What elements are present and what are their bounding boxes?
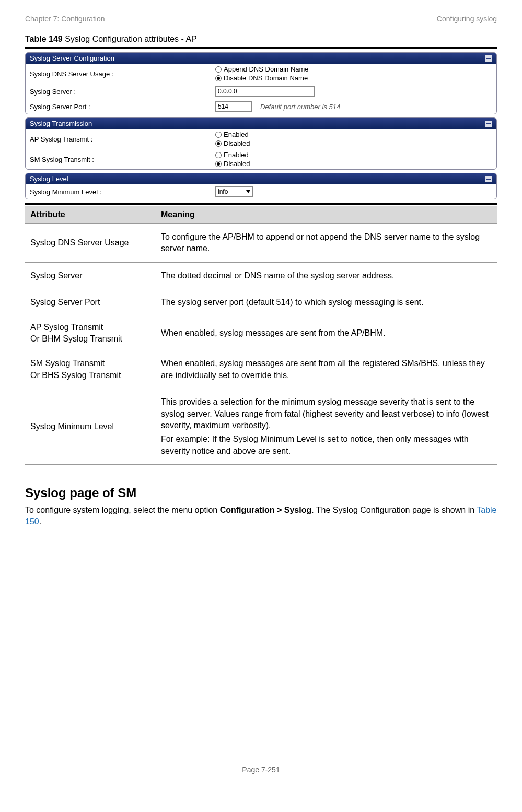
server-label: Syslog Server : [30,88,215,96]
table-row: Syslog ServerThe dotted decimal or DNS n… [25,262,497,289]
meaning-cell: The dotted decimal or DNS name of the sy… [156,262,497,289]
radio-disable-dns-label: Disable DNS Domain Name [224,74,308,82]
collapse-icon[interactable] [485,176,492,182]
panel-level: Syslog Level Syslog Minimum Level : info [25,173,497,199]
port-input[interactable]: 514 [215,101,252,112]
header-left: Chapter 7: Configuration [25,15,105,23]
header-right: Configuring syslog [437,15,497,23]
panel-transmission: Syslog Transmission AP Syslog Transmit :… [25,117,497,170]
col-meaning: Meaning [156,206,497,224]
radio-sm-disabled-label: Disabled [224,160,250,168]
ap-transmit-label: AP Syslog Transmit : [30,135,215,143]
panel-level-title: Syslog Level [30,175,68,183]
attribute-table: Attribute Meaning Syslog DNS Server Usag… [25,206,497,465]
radio-append-dns-label: Append DNS Domain Name [224,65,309,73]
radio-sm-enabled[interactable] [215,152,222,158]
panel-transmission-title: Syslog Transmission [30,120,92,127]
page-footer: Page 7-251 [0,766,522,774]
meaning-cell: The syslog server port (default 514) to … [156,289,497,316]
table-row: AP Syslog TransmitOr BHM Syslog Transmit… [25,316,497,350]
panel-level-header: Syslog Level [26,173,496,184]
table-row: Syslog DNS Server UsageTo configure the … [25,224,497,263]
attribute-cell: Syslog Server Port [25,289,156,316]
attribute-cell: Syslog DNS Server Usage [25,224,156,263]
table-row: SM Syslog TransmitOr BHS Syslog Transmit… [25,350,497,389]
panel-server-title: Syslog Server Configuration [30,54,114,62]
panel-transmission-header: Syslog Transmission [26,118,496,129]
port-label: Syslog Server Port : [30,103,215,111]
radio-ap-enabled-label: Enabled [224,131,249,138]
attribute-cell: SM Syslog TransmitOr BHS Syslog Transmit [25,350,156,389]
panel-server-config: Syslog Server Configuration Syslog DNS S… [25,52,497,114]
attribute-cell: AP Syslog TransmitOr BHM Syslog Transmit [25,316,156,350]
table-row: Syslog Server PortThe syslog server port… [25,289,497,316]
meaning-cell: To configure the AP/BHM to append or not… [156,224,497,263]
table-row: Syslog Minimum LevelThis provides a sele… [25,389,497,465]
dns-usage-label: Syslog DNS Server Usage : [30,70,215,78]
attribute-cell: Syslog Minimum Level [25,389,156,465]
meaning-cell: When enabled, syslog messages are sent f… [156,316,497,350]
section-title: Syslog page of SM [25,486,497,500]
collapse-icon[interactable] [485,121,492,127]
radio-ap-disabled[interactable] [215,140,222,147]
attribute-cell: Syslog Server [25,262,156,289]
collapse-icon[interactable] [485,55,492,62]
col-attribute: Attribute [25,206,156,224]
min-level-select[interactable]: info [215,186,253,197]
section-body: To configure system logging, select the … [25,504,497,528]
config-screenshot: Syslog Server Configuration Syslog DNS S… [25,47,497,205]
table-caption: Table 149 Syslog Configuration attribute… [25,34,497,44]
server-input[interactable]: 0.0.0.0 [215,86,315,97]
radio-disable-dns[interactable] [215,75,222,81]
radio-sm-enabled-label: Enabled [224,151,249,159]
meaning-cell: This provides a selection for the minimu… [156,389,497,465]
radio-append-dns[interactable] [215,66,222,73]
panel-server-header: Syslog Server Configuration [26,53,496,64]
radio-ap-enabled[interactable] [215,132,222,138]
radio-sm-disabled[interactable] [215,161,222,167]
meaning-cell: When enabled, syslog messages are sent f… [156,350,497,389]
sm-transmit-label: SM Syslog Transmit : [30,156,215,163]
min-level-label: Syslog Minimum Level : [30,188,215,196]
port-note: Default port number is 514 [260,103,340,111]
radio-ap-disabled-label: Disabled [224,139,250,147]
